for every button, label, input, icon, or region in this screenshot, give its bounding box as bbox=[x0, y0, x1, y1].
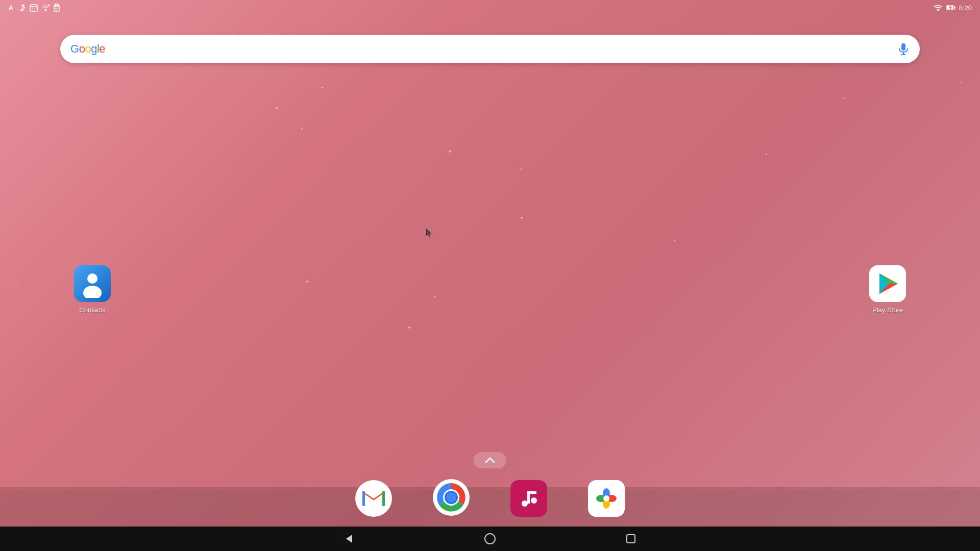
back-button[interactable] bbox=[340, 530, 358, 548]
home-button[interactable] bbox=[481, 530, 499, 548]
chrome-app[interactable] bbox=[433, 479, 470, 518]
svg-rect-17 bbox=[954, 7, 955, 8]
playstore-label: Play Store bbox=[872, 306, 903, 314]
svg-point-14 bbox=[937, 10, 939, 11]
svg-point-48 bbox=[485, 534, 495, 544]
dock bbox=[0, 470, 980, 527]
svg-point-8 bbox=[44, 9, 46, 11]
wifi-x-icon bbox=[41, 4, 50, 12]
chrome-icon bbox=[433, 479, 470, 518]
svg-marker-47 bbox=[346, 535, 352, 543]
contacts-label: Contacts bbox=[79, 306, 105, 314]
status-right-icons: 8:20 bbox=[934, 4, 972, 12]
svg-rect-21 bbox=[901, 43, 905, 51]
contacts-icon bbox=[74, 265, 111, 302]
svg-text:2+: 2+ bbox=[32, 7, 36, 11]
svg-rect-30 bbox=[362, 491, 385, 506]
svg-point-46 bbox=[603, 495, 609, 502]
navigation-bar bbox=[0, 527, 980, 551]
svg-point-4 bbox=[24, 7, 26, 9]
google-search-input[interactable] bbox=[111, 35, 897, 63]
svg-point-25 bbox=[83, 286, 102, 298]
svg-rect-41 bbox=[527, 491, 536, 494]
google-logo: Google bbox=[70, 42, 105, 56]
recents-button[interactable] bbox=[622, 530, 640, 548]
apps-drawer-button[interactable] bbox=[474, 452, 506, 468]
svg-rect-49 bbox=[627, 535, 635, 543]
wifi-signal-icon bbox=[934, 4, 943, 11]
svg-text:A: A bbox=[9, 5, 13, 12]
svg-rect-3 bbox=[21, 9, 23, 11]
svg-text:SD: SD bbox=[55, 8, 58, 11]
svg-point-24 bbox=[87, 273, 97, 284]
font-icon: A bbox=[8, 4, 16, 12]
svg-rect-32 bbox=[382, 491, 385, 506]
back-icon bbox=[343, 533, 355, 545]
battery-icon bbox=[946, 4, 956, 11]
status-bar: A 2+ SD bbox=[0, 0, 980, 15]
music-icon bbox=[510, 480, 547, 517]
status-time: 8:20 bbox=[959, 4, 972, 12]
google-search-bar[interactable]: Google bbox=[60, 35, 920, 63]
calendar-icon: 2+ bbox=[30, 4, 38, 12]
svg-point-39 bbox=[531, 497, 537, 504]
cursor bbox=[426, 229, 432, 238]
home-icon bbox=[484, 533, 496, 545]
status-left-icons: A 2+ SD bbox=[8, 0, 60, 15]
svg-point-37 bbox=[446, 492, 456, 503]
gmail-app[interactable] bbox=[355, 480, 392, 517]
recents-icon bbox=[626, 534, 636, 544]
svg-point-38 bbox=[522, 500, 528, 507]
photos-icon bbox=[588, 480, 625, 517]
usb-icon bbox=[19, 4, 27, 12]
music-app[interactable] bbox=[510, 480, 547, 517]
photos-app[interactable] bbox=[588, 480, 625, 517]
sd-icon: SD bbox=[53, 4, 60, 12]
mic-icon[interactable] bbox=[897, 43, 910, 55]
chevron-up-icon bbox=[485, 457, 495, 463]
playstore-icon bbox=[869, 265, 906, 302]
gmail-icon bbox=[355, 480, 392, 517]
svg-rect-31 bbox=[362, 491, 365, 506]
